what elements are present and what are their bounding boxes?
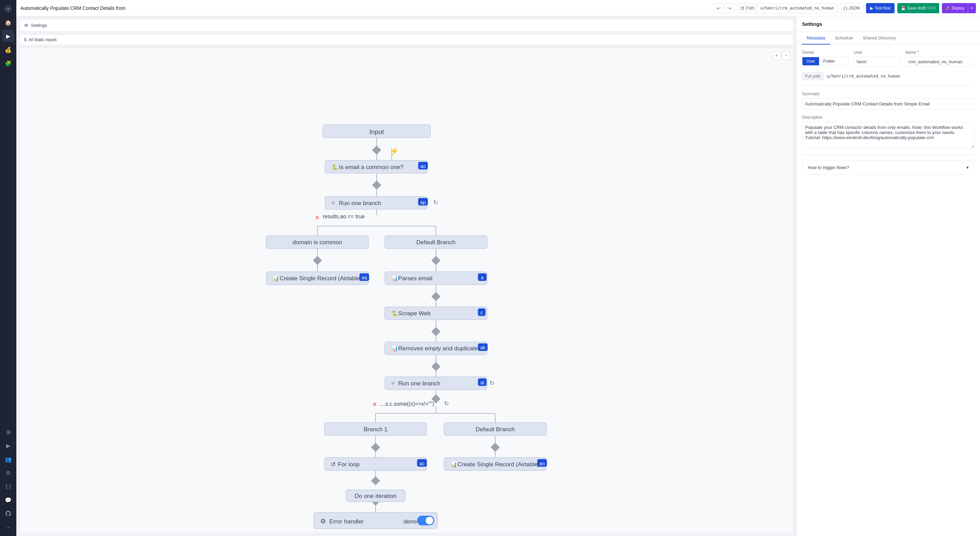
zoom-out-button[interactable]: − [782,51,791,60]
json-button[interactable]: { } JSON [840,3,863,13]
flow-settings-header: ⚙ Settings [19,19,794,32]
svg-text:Create Single Record (Airtable: Create Single Record (Airtable) [280,275,362,282]
sidebar-money[interactable]: 💰 [2,44,14,56]
svg-text:Removes empty and duplicates: Removes empty and duplicates [398,345,481,352]
svg-text:⑂: ⑂ [391,380,395,387]
svg-rect-39 [431,256,441,265]
sidebar-puzzle[interactable]: 🧩 [2,57,14,70]
svg-rect-42 [431,362,441,371]
flow-name-input[interactable] [905,57,975,67]
sidebar-grid[interactable]: ⊞ [2,426,14,438]
user-type-button[interactable]: User [802,57,819,65]
save-draft-group: 💾 Save draft Ctrl S [897,3,939,13]
sidebar-play[interactable]: ▶ [2,439,14,452]
full-path-row: Full path u/henri/crm_automated_no_human [802,72,975,80]
svg-rect-49 [371,476,380,485]
test-flow-button[interactable]: ▶ Test flow [866,3,894,13]
save-icon: 💾 [901,6,906,11]
svg-rect-38 [313,256,322,265]
topbar: Automatically Populate CRM Contact Detai… [16,0,980,16]
svg-text:↻: ↻ [433,199,438,206]
svg-text:📊: 📊 [450,461,457,468]
flow-diagram-svg: ⚡ ✕ results.ao == true [19,48,793,533]
username-input[interactable] [854,57,900,67]
name-col: Name * [905,50,975,67]
svg-text:↻: ↻ [444,400,449,407]
svg-text:✕: ✕ [372,401,377,408]
svg-text:⚡: ⚡ [390,147,399,156]
svg-text:Error handler: Error handler [329,518,364,525]
undo-redo-group: ↩ ↪ [714,3,735,13]
save-draft-button[interactable]: 💾 Save draft Ctrl S [897,3,939,13]
svg-text:Parses email: Parses email [398,275,433,282]
summary-field-group: Summary [802,92,975,109]
tab-metadata[interactable]: Metadata [802,32,830,44]
save-shortcut: Ctrl S [927,6,936,10]
sidebar-home[interactable]: 🏠 [2,16,14,29]
svg-text:Default Branch: Default Branch [417,239,456,246]
dollar-icon: $ [24,37,27,42]
svg-rect-40 [431,292,441,301]
owner-type-toggle: User Folder [802,57,848,66]
svg-text:c: c [480,310,483,315]
sidebar-flows[interactable]: ▶ [2,30,14,42]
svg-text:ap: ap [420,200,426,205]
svg-text:Create Single Record (Airtable: Create Single Record (Airtable) [457,461,540,468]
settings-icon: ⚙ [24,23,28,28]
redo-button[interactable]: ↪ [724,3,735,13]
svg-text:Branch 1: Branch 1 [364,426,388,433]
deploy-button[interactable]: 🚀 Deploy [942,3,968,13]
svg-text:Run one branch: Run one branch [339,200,381,206]
svg-text:✕: ✕ [315,214,320,221]
svg-text:Is email a common one?: Is email a common one? [339,163,404,170]
svg-rect-33 [372,146,381,155]
svg-text:⚙: ⚙ [320,518,326,525]
svg-text:al: al [480,380,484,385]
zoom-in-button[interactable]: + [772,51,781,60]
sidebar-code[interactable]: { } [2,480,14,492]
deploy-group: 🚀 Deploy ▾ [942,3,976,13]
flow-panel: ⚙ Settings $ All Static Inputs + − [16,16,796,536]
static-inputs-bar[interactable]: $ All Static Inputs [19,34,794,45]
svg-text:🐍: 🐍 [331,164,338,170]
sidebar-arrow[interactable]: → [2,521,14,533]
path-value: u/henri/crm_automated_no_human [757,6,837,11]
settings-tabs: Metadata Schedule Shared Directory [797,32,980,44]
owner-user-name-row: Owner User Folder User Name * [802,50,975,67]
undo-button[interactable]: ↩ [714,3,724,13]
svg-text:📊: 📊 [391,345,398,352]
name-label: Name * [905,50,975,55]
svg-text:a: a [481,275,484,280]
content-area: ⚙ Settings $ All Static Inputs + − [16,16,980,536]
tab-shared-directory[interactable]: Shared Directory [858,32,901,44]
sidebar-logo[interactable] [2,3,14,15]
svg-point-1 [7,8,9,10]
description-field-group: Description [802,115,975,149]
how-to-trigger-section[interactable]: How to trigger flows? ▾ [802,160,975,174]
main-content: Automatically Populate CRM Contact Detai… [16,0,980,536]
svg-text:Scrape Web: Scrape Web [398,310,430,317]
svg-text:For loop: For loop [338,461,360,468]
sidebar-discord[interactable]: 💬 [2,494,14,506]
tab-schedule[interactable]: Schedule [830,32,858,44]
svg-text:📊: 📊 [391,275,398,282]
owner-label: Owner [802,50,848,55]
divider-2 [802,155,975,155]
svg-point-115 [426,517,433,525]
chevron-down-icon: ▾ [966,165,969,170]
sidebar-github[interactable] [2,507,14,520]
description-textarea[interactable] [802,122,975,148]
sidebar-settings[interactable]: ⚙ [2,466,14,479]
folder-type-button[interactable]: Folder [819,57,839,65]
svg-text:⑂: ⑂ [331,200,335,206]
svg-text:....s.c.some((x)=>x!=""): ....s.c.some((x)=>x!="") [379,401,434,407]
page-title: Automatically Populate CRM Contact Detai… [21,5,711,11]
summary-input[interactable] [802,98,975,109]
sidebar-users[interactable]: 👥 [2,453,14,465]
sidebar: 🏠 ▶ 💰 🧩 ⊞ ▶ 👥 ⚙ { } 💬 → [0,0,16,536]
svg-text:ak: ak [480,345,485,350]
deploy-chevron-button[interactable]: ▾ [968,3,976,13]
required-indicator: * [917,50,919,55]
json-icon: { } [843,6,847,11]
full-path-value: u/henri/crm_automated_no_human [827,74,900,79]
